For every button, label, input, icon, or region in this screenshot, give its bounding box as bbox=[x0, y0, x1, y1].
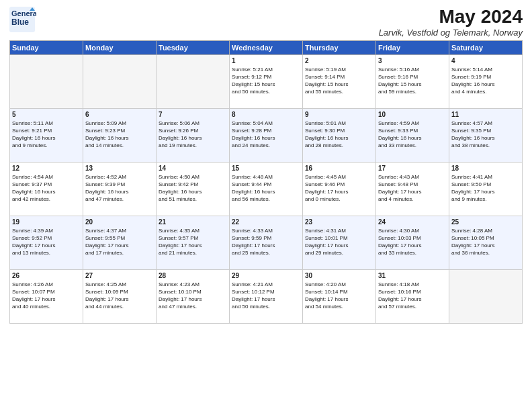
day-info: Sunrise: 5:01 AM Sunset: 9:30 PM Dayligh… bbox=[305, 120, 373, 150]
svg-text:Blue: Blue bbox=[11, 17, 29, 27]
table-row bbox=[83, 54, 157, 108]
col-monday: Monday bbox=[83, 40, 157, 54]
title-block: May 2024 Larvik, Vestfold og Telemark, N… bbox=[379, 7, 523, 38]
day-info: Sunrise: 4:35 AM Sunset: 9:57 PM Dayligh… bbox=[159, 227, 227, 257]
day-number: 15 bbox=[232, 165, 300, 172]
day-info: Sunrise: 4:57 AM Sunset: 9:35 PM Dayligh… bbox=[451, 120, 520, 150]
calendar-body: 1Sunrise: 5:21 AM Sunset: 9:12 PM Daylig… bbox=[10, 54, 523, 323]
day-number: 4 bbox=[451, 57, 520, 64]
calendar-week-row: 5Sunrise: 5:11 AM Sunset: 9:21 PM Daylig… bbox=[10, 108, 523, 162]
day-number: 3 bbox=[378, 57, 447, 64]
table-row: 27Sunrise: 4:25 AM Sunset: 10:09 PM Dayl… bbox=[83, 269, 157, 323]
table-row: 23Sunrise: 4:31 AM Sunset: 10:01 PM Dayl… bbox=[303, 216, 376, 269]
logo: General Blue bbox=[9, 7, 36, 32]
day-info: Sunrise: 4:43 AM Sunset: 9:48 PM Dayligh… bbox=[378, 173, 447, 203]
day-number: 23 bbox=[305, 218, 373, 226]
day-info: Sunrise: 4:20 AM Sunset: 10:14 PM Daylig… bbox=[305, 281, 373, 311]
table-row: 22Sunrise: 4:33 AM Sunset: 9:59 PM Dayli… bbox=[230, 216, 303, 269]
day-info: Sunrise: 4:54 AM Sunset: 9:37 PM Dayligh… bbox=[12, 173, 81, 203]
table-row bbox=[449, 269, 523, 323]
day-number: 30 bbox=[305, 272, 373, 279]
calendar-table: Sunday Monday Tuesday Wednesday Thursday… bbox=[9, 40, 523, 324]
table-row: 2Sunrise: 5:19 AM Sunset: 9:14 PM Daylig… bbox=[303, 54, 376, 108]
day-number: 10 bbox=[378, 111, 447, 118]
day-number: 8 bbox=[232, 111, 300, 118]
day-info: Sunrise: 5:19 AM Sunset: 9:14 PM Dayligh… bbox=[305, 66, 373, 96]
day-number: 7 bbox=[159, 111, 227, 118]
table-row: 14Sunrise: 4:50 AM Sunset: 9:42 PM Dayli… bbox=[157, 162, 230, 216]
col-sunday: Sunday bbox=[10, 40, 83, 54]
day-info: Sunrise: 4:31 AM Sunset: 10:01 PM Daylig… bbox=[305, 227, 373, 257]
day-info: Sunrise: 5:11 AM Sunset: 9:21 PM Dayligh… bbox=[12, 120, 81, 150]
day-info: Sunrise: 4:33 AM Sunset: 9:59 PM Dayligh… bbox=[232, 227, 300, 257]
calendar-week-row: 26Sunrise: 4:26 AM Sunset: 10:07 PM Dayl… bbox=[10, 269, 523, 323]
day-number: 27 bbox=[85, 272, 154, 279]
day-info: Sunrise: 4:21 AM Sunset: 10:12 PM Daylig… bbox=[232, 281, 300, 311]
day-number: 14 bbox=[159, 165, 227, 172]
table-row: 13Sunrise: 4:52 AM Sunset: 9:39 PM Dayli… bbox=[83, 162, 157, 216]
day-info: Sunrise: 5:09 AM Sunset: 9:23 PM Dayligh… bbox=[85, 120, 154, 150]
day-number: 13 bbox=[85, 165, 154, 172]
table-row: 1Sunrise: 5:21 AM Sunset: 9:12 PM Daylig… bbox=[230, 54, 303, 108]
day-info: Sunrise: 4:50 AM Sunset: 9:42 PM Dayligh… bbox=[159, 173, 227, 203]
day-info: Sunrise: 4:37 AM Sunset: 9:55 PM Dayligh… bbox=[85, 227, 154, 257]
day-info: Sunrise: 5:16 AM Sunset: 9:16 PM Dayligh… bbox=[378, 66, 447, 96]
day-info: Sunrise: 4:48 AM Sunset: 9:44 PM Dayligh… bbox=[232, 173, 300, 203]
day-info: Sunrise: 5:06 AM Sunset: 9:26 PM Dayligh… bbox=[159, 120, 227, 150]
day-number: 5 bbox=[12, 111, 81, 118]
day-info: Sunrise: 4:39 AM Sunset: 9:52 PM Dayligh… bbox=[12, 227, 81, 257]
table-row: 18Sunrise: 4:41 AM Sunset: 9:50 PM Dayli… bbox=[449, 162, 523, 216]
table-row: 7Sunrise: 5:06 AM Sunset: 9:26 PM Daylig… bbox=[157, 108, 230, 162]
table-row: 31Sunrise: 4:18 AM Sunset: 10:16 PM Dayl… bbox=[376, 269, 449, 323]
table-row: 6Sunrise: 5:09 AM Sunset: 9:23 PM Daylig… bbox=[83, 108, 157, 162]
table-row: 12Sunrise: 4:54 AM Sunset: 9:37 PM Dayli… bbox=[10, 162, 83, 216]
day-info: Sunrise: 4:45 AM Sunset: 9:46 PM Dayligh… bbox=[305, 173, 373, 203]
day-number: 12 bbox=[12, 165, 81, 172]
table-row: 30Sunrise: 4:20 AM Sunset: 10:14 PM Dayl… bbox=[303, 269, 376, 323]
day-number: 17 bbox=[378, 165, 447, 172]
table-row bbox=[10, 54, 83, 108]
day-number: 2 bbox=[305, 57, 373, 64]
col-friday: Friday bbox=[376, 40, 449, 54]
table-row: 17Sunrise: 4:43 AM Sunset: 9:48 PM Dayli… bbox=[376, 162, 449, 216]
day-info: Sunrise: 4:18 AM Sunset: 10:16 PM Daylig… bbox=[378, 281, 447, 311]
day-info: Sunrise: 5:14 AM Sunset: 9:19 PM Dayligh… bbox=[451, 66, 520, 96]
calendar-header-row: Sunday Monday Tuesday Wednesday Thursday… bbox=[10, 40, 523, 54]
table-row: 19Sunrise: 4:39 AM Sunset: 9:52 PM Dayli… bbox=[10, 216, 83, 269]
calendar-week-row: 1Sunrise: 5:21 AM Sunset: 9:12 PM Daylig… bbox=[10, 54, 523, 108]
day-info: Sunrise: 4:52 AM Sunset: 9:39 PM Dayligh… bbox=[85, 173, 154, 203]
day-number: 26 bbox=[12, 272, 81, 279]
day-number: 16 bbox=[305, 165, 373, 172]
table-row: 15Sunrise: 4:48 AM Sunset: 9:44 PM Dayli… bbox=[230, 162, 303, 216]
table-row: 24Sunrise: 4:30 AM Sunset: 10:03 PM Dayl… bbox=[376, 216, 449, 269]
day-number: 6 bbox=[85, 111, 154, 118]
col-wednesday: Wednesday bbox=[230, 40, 303, 54]
table-row: 10Sunrise: 4:59 AM Sunset: 9:33 PM Dayli… bbox=[376, 108, 449, 162]
day-number: 21 bbox=[159, 218, 227, 226]
day-number: 24 bbox=[378, 218, 447, 226]
day-number: 22 bbox=[232, 218, 300, 226]
day-info: Sunrise: 4:30 AM Sunset: 10:03 PM Daylig… bbox=[378, 227, 447, 257]
day-info: Sunrise: 5:21 AM Sunset: 9:12 PM Dayligh… bbox=[232, 66, 300, 96]
day-number: 25 bbox=[451, 218, 520, 226]
col-thursday: Thursday bbox=[303, 40, 376, 54]
table-row: 25Sunrise: 4:28 AM Sunset: 10:05 PM Dayl… bbox=[449, 216, 523, 269]
day-number: 11 bbox=[451, 111, 520, 118]
day-info: Sunrise: 4:23 AM Sunset: 10:10 PM Daylig… bbox=[159, 281, 227, 311]
day-number: 31 bbox=[378, 272, 447, 279]
table-row: 21Sunrise: 4:35 AM Sunset: 9:57 PM Dayli… bbox=[157, 216, 230, 269]
table-row: 20Sunrise: 4:37 AM Sunset: 9:55 PM Dayli… bbox=[83, 216, 157, 269]
table-row: 28Sunrise: 4:23 AM Sunset: 10:10 PM Dayl… bbox=[157, 269, 230, 323]
day-number: 19 bbox=[12, 218, 81, 226]
table-row: 29Sunrise: 4:21 AM Sunset: 10:12 PM Dayl… bbox=[230, 269, 303, 323]
col-saturday: Saturday bbox=[449, 40, 523, 54]
location: Larvik, Vestfold og Telemark, Norway bbox=[379, 28, 523, 38]
page: General Blue May 2024 Larvik, Vestfold o… bbox=[0, 0, 532, 411]
day-number: 1 bbox=[232, 57, 300, 64]
day-info: Sunrise: 4:26 AM Sunset: 10:07 PM Daylig… bbox=[12, 281, 81, 311]
calendar-week-row: 12Sunrise: 4:54 AM Sunset: 9:37 PM Dayli… bbox=[10, 162, 523, 216]
day-number: 9 bbox=[305, 111, 373, 118]
day-number: 18 bbox=[451, 165, 520, 172]
table-row: 3Sunrise: 5:16 AM Sunset: 9:16 PM Daylig… bbox=[376, 54, 449, 108]
day-number: 28 bbox=[159, 272, 227, 279]
